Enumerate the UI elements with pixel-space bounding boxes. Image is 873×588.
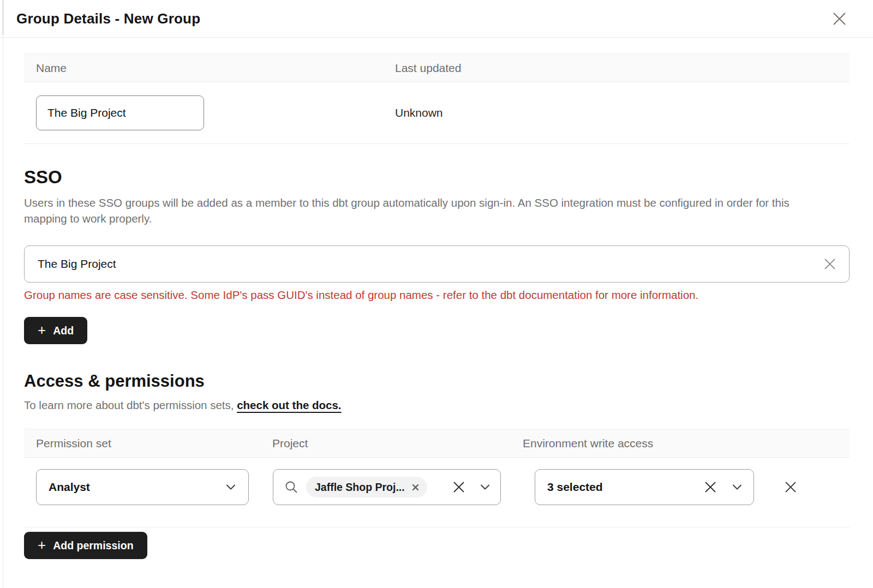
permissions-description-text: To learn more about dbt's permission set…: [24, 399, 237, 411]
column-header-permission-set: Permission set: [24, 437, 272, 450]
add-sso-group-button[interactable]: + Add: [24, 317, 87, 344]
modal-header: Group Details - New Group: [0, 0, 873, 38]
project-tag-label: Jaffle Shop Proj...: [315, 481, 405, 494]
tag-x-icon: [412, 484, 419, 491]
permissions-table-header: Permission set Project Environment write…: [24, 429, 850, 458]
clear-x-icon: [703, 480, 717, 494]
remove-permission-row-button[interactable]: [784, 480, 798, 494]
group-table: Name Last updated Unknown: [24, 53, 850, 144]
project-multiselect[interactable]: Jaffle Shop Proj...: [273, 469, 501, 505]
plus-icon: +: [38, 538, 46, 552]
group-table-row: Unknown: [24, 82, 850, 144]
permission-set-select[interactable]: Analyst: [36, 469, 249, 505]
project-tag: Jaffle Shop Proj...: [306, 477, 427, 497]
remove-project-tag-button[interactable]: [412, 484, 419, 491]
close-icon: [832, 11, 847, 26]
env-write-access-select[interactable]: 3 selected: [535, 469, 754, 505]
add-permission-button[interactable]: + Add permission: [24, 532, 147, 559]
close-button[interactable]: [832, 11, 847, 26]
sso-heading: SSO: [24, 167, 850, 188]
sso-group-field: [24, 245, 850, 283]
column-header-project: Project: [272, 437, 523, 450]
add-permission-button-label: Add permission: [53, 539, 133, 552]
sso-clear-button[interactable]: [822, 256, 838, 272]
search-icon: [284, 480, 298, 494]
permission-set-value: Analyst: [49, 481, 90, 494]
last-updated-value: Unknown: [395, 106, 443, 119]
env-write-access-value: 3 selected: [547, 481, 603, 494]
chevron-down-icon: [732, 484, 743, 490]
group-name-input[interactable]: [36, 95, 204, 130]
plus-icon: +: [38, 323, 46, 337]
sso-description: Users in these SSO groups will be added …: [24, 195, 830, 226]
docs-link[interactable]: check out the docs.: [237, 399, 341, 411]
sso-error-message: Group names are case sensitive. Some IdP…: [24, 289, 850, 302]
column-header-env-write-access: Environment write access: [523, 437, 850, 450]
chevron-down-icon: [225, 484, 236, 490]
group-table-header: Name Last updated: [24, 53, 850, 82]
permission-row: Analyst Jaffle Shop Proj...: [24, 458, 850, 527]
add-button-label: Add: [53, 325, 74, 337]
clear-x-icon: [822, 256, 838, 272]
modal-body: Name Last updated Unknown SSO Users in t…: [0, 53, 873, 559]
sso-group-input[interactable]: [24, 245, 850, 283]
permissions-table: Permission set Project Environment write…: [24, 429, 850, 527]
access-permissions-heading: Access & permissions: [24, 371, 850, 391]
permissions-description: To learn more about dbt's permission set…: [24, 399, 850, 412]
env-clear-button[interactable]: [703, 480, 717, 494]
project-clear-button[interactable]: [452, 480, 466, 494]
background-page-edge: [3, 0, 3, 588]
modal-title: Group Details - New Group: [16, 10, 200, 27]
clear-x-icon: [452, 480, 466, 494]
column-header-last-updated: Last updated: [395, 62, 850, 75]
remove-row-x-icon: [784, 480, 798, 494]
chevron-down-icon: [480, 484, 491, 490]
column-header-name: Name: [24, 62, 395, 75]
